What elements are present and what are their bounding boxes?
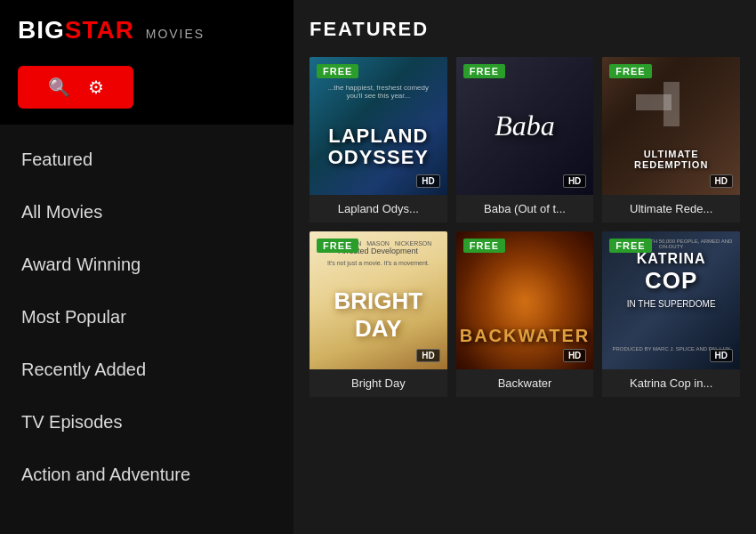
movie-title: Bright Day (310, 369, 447, 397)
sidebar: BIGSTAR MOVIES 🔍 ⚙ Featured All Movies A… (0, 0, 294, 534)
logo-big: BIG (18, 16, 65, 44)
poster-title-text: LAPLANDODYSSEY (310, 125, 447, 168)
sidebar-item-recently-added[interactable]: Recently Added (0, 344, 294, 396)
logo-movies: MOVIES (146, 27, 205, 41)
logo-star: STAR (65, 16, 134, 44)
movie-poster-bright-day: FREE MARC EVAN MASON NICKERSONArrested D… (310, 231, 447, 369)
movie-card-lapland-odyssey[interactable]: FREE ...the happiest, freshest comedyyou… (310, 57, 447, 222)
sidebar-item-action-adventure[interactable]: Action and Adventure (0, 449, 294, 501)
movie-title: Ultimate Rede... (602, 195, 740, 222)
poster-sub2: It's not just a movie. It's a movement. (310, 260, 447, 266)
poster-title-text: KATRINACOPIN THE SUPERDOME (602, 251, 740, 311)
logo: BIGSTAR MOVIES (18, 16, 205, 44)
poster-tagline: ...the happiest, freshest comedyyou'll s… (310, 84, 447, 100)
search-settings-bar[interactable]: 🔍 ⚙ (18, 66, 133, 109)
movie-poster-backwater: FREE BACKWATER HD (456, 231, 594, 369)
movie-grid: FREE ...the happiest, freshest comedyyou… (310, 57, 740, 397)
free-badge: FREE (463, 239, 505, 253)
movie-title: Lapland Odys... (310, 195, 447, 222)
section-title: FEATURED (310, 18, 740, 41)
logo-area: BIGSTAR MOVIES (0, 0, 294, 57)
hd-badge: HD (416, 174, 439, 188)
free-badge: FREE (609, 64, 651, 78)
movie-poster-baba: FREE Baba HD (456, 57, 594, 195)
poster-title-text: ULTIMATEREDEMPTION (602, 149, 740, 170)
main-content: FEATURED FREE ...the happiest, freshest … (294, 0, 756, 534)
hd-badge: HD (710, 174, 733, 188)
search-settings-area: 🔍 ⚙ (0, 57, 294, 125)
movie-card-baba[interactable]: FREE Baba HD Baba (Out of t... (456, 57, 594, 222)
poster-title-text: BACKWATER (456, 326, 594, 346)
poster-title-text: BRIGHTDAY (310, 287, 447, 343)
sidebar-item-featured[interactable]: Featured (0, 134, 294, 186)
movie-title: Katrina Cop in... (602, 369, 740, 397)
search-icon[interactable]: 🔍 (48, 77, 70, 98)
free-badge: FREE (463, 64, 505, 78)
movie-card-ultimate-redemption[interactable]: FREE ULTIMATEREDEMPTION HD Ultimate Rede… (602, 57, 740, 222)
movie-card-katrina-cop[interactable]: FREE AN IM FILMS WITH 50,000 PEOPLE, ARM… (602, 231, 740, 397)
hd-badge: HD (563, 349, 586, 362)
hd-badge: HD (563, 174, 586, 188)
nav-menu: Featured All Movies Award Winning Most P… (0, 125, 294, 510)
movie-poster-ultimate: FREE ULTIMATEREDEMPTION HD (602, 57, 740, 195)
settings-icon[interactable]: ⚙ (88, 77, 104, 98)
sidebar-item-all-movies[interactable]: All Movies (0, 186, 294, 239)
movie-card-backwater[interactable]: FREE BACKWATER HD Backwater (456, 231, 594, 397)
hd-badge: HD (710, 349, 733, 362)
free-badge: FREE (317, 64, 358, 78)
free-badge: FREE (609, 239, 651, 253)
movie-poster-katrina: FREE AN IM FILMS WITH 50,000 PEOPLE, ARM… (602, 231, 740, 369)
sidebar-item-tv-episodes[interactable]: TV Episodes (0, 396, 294, 449)
movie-card-bright-day[interactable]: FREE MARC EVAN MASON NICKERSONArrested D… (310, 231, 447, 397)
free-badge: FREE (317, 239, 358, 253)
movie-title: Baba (Out of t... (456, 195, 594, 222)
movie-poster-lapland: FREE ...the happiest, freshest comedyyou… (310, 57, 447, 195)
sidebar-item-award-winning[interactable]: Award Winning (0, 239, 294, 291)
hd-badge: HD (416, 349, 439, 362)
sidebar-item-most-popular[interactable]: Most Popular (0, 291, 294, 344)
movie-title: Backwater (456, 369, 594, 397)
